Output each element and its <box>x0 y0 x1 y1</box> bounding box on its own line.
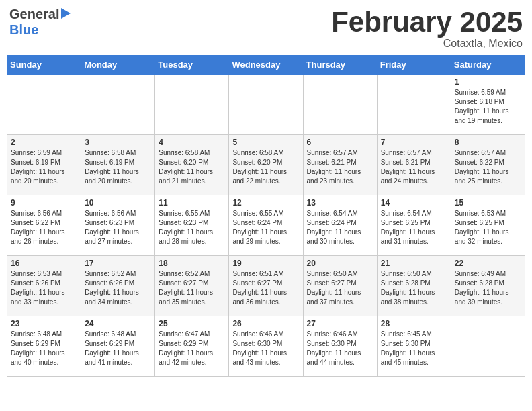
day-number: 23 <box>11 319 77 328</box>
calendar-day-12: 12Sunrise: 6:55 AM Sunset: 6:24 PM Dayli… <box>229 195 303 256</box>
calendar-day-3: 3Sunrise: 6:58 AM Sunset: 6:19 PM Daylig… <box>81 135 155 195</box>
day-info: Sunrise: 6:50 AM Sunset: 6:27 PM Dayligh… <box>307 269 373 307</box>
header-thursday: Thursday <box>303 56 377 75</box>
header-sunday: Sunday <box>7 56 81 75</box>
calendar-day-16: 16Sunrise: 6:53 AM Sunset: 6:26 PM Dayli… <box>7 256 81 316</box>
day-number: 5 <box>232 138 299 147</box>
day-number: 8 <box>455 138 521 147</box>
calendar-empty-cell <box>7 75 81 135</box>
calendar-day-11: 11Sunrise: 6:55 AM Sunset: 6:23 PM Dayli… <box>155 195 229 256</box>
calendar-day-5: 5Sunrise: 6:58 AM Sunset: 6:20 PM Daylig… <box>229 135 303 195</box>
header-friday: Friday <box>377 56 451 75</box>
day-number: 24 <box>85 319 151 328</box>
day-info: Sunrise: 6:59 AM Sunset: 6:18 PM Dayligh… <box>455 88 521 126</box>
day-number: 27 <box>307 319 373 328</box>
day-info: Sunrise: 6:45 AM Sunset: 6:30 PM Dayligh… <box>381 330 447 367</box>
day-number: 19 <box>232 259 299 268</box>
day-info: Sunrise: 6:56 AM Sunset: 6:22 PM Dayligh… <box>11 209 77 246</box>
calendar-day-13: 13Sunrise: 6:54 AM Sunset: 6:24 PM Dayli… <box>303 195 377 256</box>
day-info: Sunrise: 6:47 AM Sunset: 6:29 PM Dayligh… <box>159 330 225 367</box>
day-number: 1 <box>455 77 521 87</box>
calendar-day-7: 7Sunrise: 6:57 AM Sunset: 6:21 PM Daylig… <box>377 135 451 195</box>
day-info: Sunrise: 6:49 AM Sunset: 6:28 PM Dayligh… <box>455 269 521 307</box>
logo-general-text: General <box>9 7 59 22</box>
calendar-table: SundayMondayTuesdayWednesdayThursdayFrid… <box>7 55 525 377</box>
calendar-day-6: 6Sunrise: 6:57 AM Sunset: 6:21 PM Daylig… <box>303 135 377 195</box>
day-number: 9 <box>11 198 77 208</box>
day-info: Sunrise: 6:48 AM Sunset: 6:29 PM Dayligh… <box>11 330 77 367</box>
calendar-day-23: 23Sunrise: 6:48 AM Sunset: 6:29 PM Dayli… <box>7 316 81 377</box>
calendar-day-2: 2Sunrise: 6:59 AM Sunset: 6:19 PM Daylig… <box>7 135 81 195</box>
calendar-empty-cell <box>451 316 525 377</box>
calendar-day-21: 21Sunrise: 6:50 AM Sunset: 6:28 PM Dayli… <box>377 256 451 316</box>
calendar-day-8: 8Sunrise: 6:57 AM Sunset: 6:22 PM Daylig… <box>451 135 525 195</box>
calendar-week-row: 2Sunrise: 6:59 AM Sunset: 6:19 PM Daylig… <box>7 135 525 195</box>
day-number: 7 <box>381 138 447 147</box>
calendar-week-row: 1Sunrise: 6:59 AM Sunset: 6:18 PM Daylig… <box>7 75 525 135</box>
day-number: 15 <box>455 198 521 208</box>
page-header: General Blue February 2025 Cotaxtla, Mex… <box>7 7 525 50</box>
calendar-day-4: 4Sunrise: 6:58 AM Sunset: 6:20 PM Daylig… <box>155 135 229 195</box>
calendar-day-10: 10Sunrise: 6:56 AM Sunset: 6:23 PM Dayli… <box>81 195 155 256</box>
day-info: Sunrise: 6:53 AM Sunset: 6:25 PM Dayligh… <box>455 209 521 246</box>
day-info: Sunrise: 6:55 AM Sunset: 6:24 PM Dayligh… <box>232 209 299 246</box>
day-info: Sunrise: 6:48 AM Sunset: 6:29 PM Dayligh… <box>85 330 151 367</box>
logo-triangle-icon <box>61 8 71 19</box>
day-info: Sunrise: 6:54 AM Sunset: 6:25 PM Dayligh… <box>381 209 447 246</box>
day-info: Sunrise: 6:54 AM Sunset: 6:24 PM Dayligh… <box>307 209 373 246</box>
header-monday: Monday <box>81 56 155 75</box>
day-info: Sunrise: 6:57 AM Sunset: 6:21 PM Dayligh… <box>307 148 373 186</box>
day-number: 10 <box>85 198 151 208</box>
day-number: 16 <box>11 259 77 268</box>
day-number: 14 <box>381 198 447 208</box>
day-info: Sunrise: 6:53 AM Sunset: 6:26 PM Dayligh… <box>11 269 77 307</box>
day-number: 2 <box>11 138 77 147</box>
calendar-day-20: 20Sunrise: 6:50 AM Sunset: 6:27 PM Dayli… <box>303 256 377 316</box>
calendar-day-17: 17Sunrise: 6:52 AM Sunset: 6:26 PM Dayli… <box>81 256 155 316</box>
day-info: Sunrise: 6:52 AM Sunset: 6:27 PM Dayligh… <box>159 269 225 307</box>
day-info: Sunrise: 6:51 AM Sunset: 6:27 PM Dayligh… <box>232 269 299 307</box>
day-info: Sunrise: 6:55 AM Sunset: 6:23 PM Dayligh… <box>159 209 225 246</box>
day-number: 12 <box>232 198 299 208</box>
day-number: 26 <box>232 319 299 328</box>
calendar-empty-cell <box>81 75 155 135</box>
calendar-day-25: 25Sunrise: 6:47 AM Sunset: 6:29 PM Dayli… <box>155 316 229 377</box>
day-number: 4 <box>159 138 225 147</box>
calendar-week-row: 23Sunrise: 6:48 AM Sunset: 6:29 PM Dayli… <box>7 316 525 377</box>
day-info: Sunrise: 6:58 AM Sunset: 6:20 PM Dayligh… <box>159 148 225 186</box>
calendar-empty-cell <box>229 75 303 135</box>
day-info: Sunrise: 6:52 AM Sunset: 6:26 PM Dayligh… <box>85 269 151 307</box>
calendar-location: Cotaxtla, Mexico <box>331 38 523 50</box>
day-number: 22 <box>455 259 521 268</box>
day-number: 6 <box>307 138 373 147</box>
calendar-day-1: 1Sunrise: 6:59 AM Sunset: 6:18 PM Daylig… <box>451 75 525 135</box>
day-number: 25 <box>159 319 225 328</box>
day-info: Sunrise: 6:57 AM Sunset: 6:21 PM Dayligh… <box>381 148 447 186</box>
calendar-day-22: 22Sunrise: 6:49 AM Sunset: 6:28 PM Dayli… <box>451 256 525 316</box>
header-tuesday: Tuesday <box>155 56 229 75</box>
calendar-day-9: 9Sunrise: 6:56 AM Sunset: 6:22 PM Daylig… <box>7 195 81 256</box>
calendar-day-24: 24Sunrise: 6:48 AM Sunset: 6:29 PM Dayli… <box>81 316 155 377</box>
day-number: 13 <box>307 198 373 208</box>
calendar-week-row: 9Sunrise: 6:56 AM Sunset: 6:22 PM Daylig… <box>7 195 525 256</box>
day-info: Sunrise: 6:58 AM Sunset: 6:20 PM Dayligh… <box>232 148 299 186</box>
calendar-empty-cell <box>303 75 377 135</box>
day-info: Sunrise: 6:57 AM Sunset: 6:22 PM Dayligh… <box>455 148 521 186</box>
header-wednesday: Wednesday <box>229 56 303 75</box>
day-info: Sunrise: 6:58 AM Sunset: 6:19 PM Dayligh… <box>85 148 151 186</box>
day-number: 11 <box>159 198 225 208</box>
calendar-title: February 2025 <box>331 7 523 38</box>
calendar-day-18: 18Sunrise: 6:52 AM Sunset: 6:27 PM Dayli… <box>155 256 229 316</box>
calendar-day-15: 15Sunrise: 6:53 AM Sunset: 6:25 PM Dayli… <box>451 195 525 256</box>
calendar-day-14: 14Sunrise: 6:54 AM Sunset: 6:25 PM Dayli… <box>377 195 451 256</box>
calendar-empty-cell <box>377 75 451 135</box>
day-number: 20 <box>307 259 373 268</box>
day-info: Sunrise: 6:56 AM Sunset: 6:23 PM Dayligh… <box>85 209 151 246</box>
day-info: Sunrise: 6:46 AM Sunset: 6:30 PM Dayligh… <box>232 330 299 367</box>
day-number: 21 <box>381 259 447 268</box>
day-number: 17 <box>85 259 151 268</box>
calendar-empty-cell <box>155 75 229 135</box>
title-block: February 2025 Cotaxtla, Mexico <box>331 7 523 50</box>
logo-blue-text: Blue <box>9 22 38 38</box>
day-number: 3 <box>85 138 151 147</box>
